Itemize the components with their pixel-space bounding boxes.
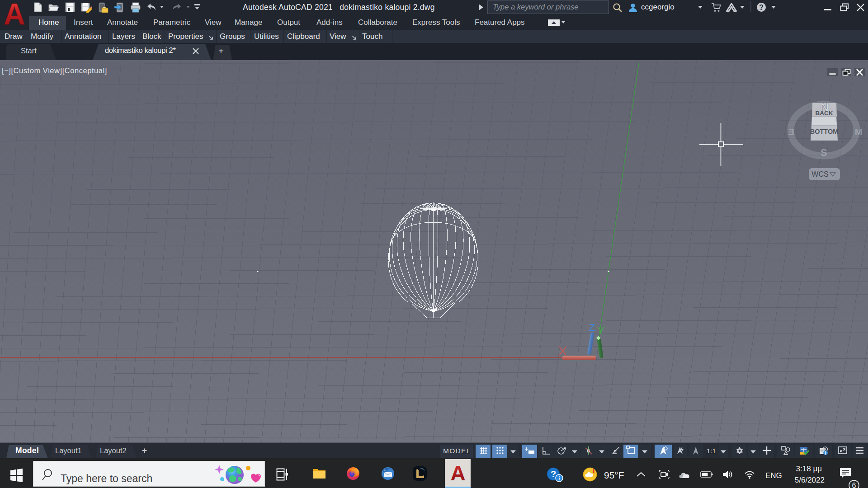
svg-text:Z: Z xyxy=(589,322,595,333)
svg-text:Y: Y xyxy=(598,325,604,336)
svg-text:BOTTOM: BOTTOM xyxy=(810,128,839,135)
svg-text:?: ? xyxy=(759,4,764,11)
svg-text:?: ? xyxy=(551,469,556,479)
svg-text:A: A xyxy=(4,1,25,27)
svg-text:BACK: BACK xyxy=(816,110,833,117)
svg-text:WCS: WCS xyxy=(811,170,828,178)
svg-text:6: 6 xyxy=(852,482,856,488)
svg-text:S: S xyxy=(821,147,827,158)
svg-text:E: E xyxy=(788,127,794,137)
svg-text:i: i xyxy=(825,450,826,455)
svg-text:M: M xyxy=(855,127,863,137)
svg-text:A: A xyxy=(450,464,465,482)
